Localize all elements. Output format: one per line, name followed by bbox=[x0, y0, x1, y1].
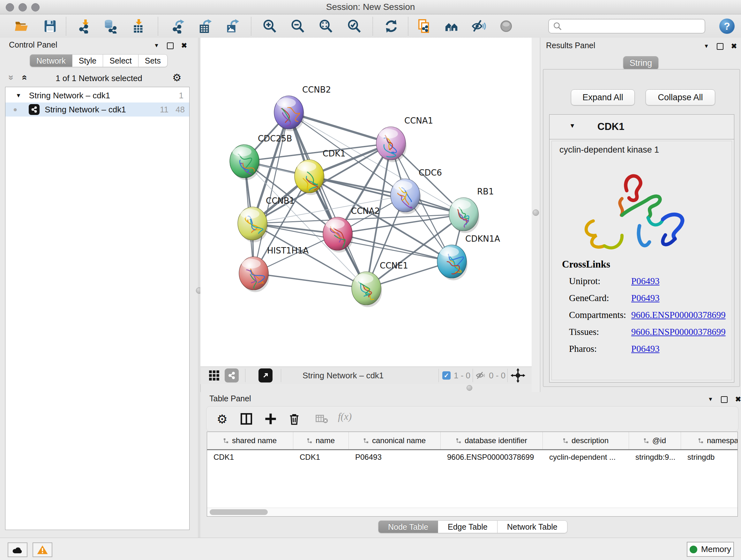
column-header-canonical-name[interactable]: canonical name bbox=[349, 432, 441, 449]
results-panel-window-buttons: ▼ ✖ bbox=[704, 42, 737, 51]
column-header-name[interactable]: name bbox=[293, 432, 349, 449]
function-builder-icon[interactable]: f(x) bbox=[338, 411, 352, 422]
tab-sets[interactable]: Sets bbox=[138, 54, 167, 67]
tab-edge-table[interactable]: Edge Table bbox=[438, 520, 497, 533]
crosslink-link[interactable]: 9606.ENSP00000378699 bbox=[631, 327, 726, 337]
memory-button[interactable]: Memory bbox=[687, 542, 734, 557]
column-header-namespace[interactable]: namespace bbox=[681, 432, 738, 449]
import-network-icon[interactable] bbox=[77, 18, 92, 34]
panel-float-icon[interactable] bbox=[721, 396, 728, 403]
hidden-eye-icon[interactable] bbox=[475, 371, 486, 381]
zoom-selected-icon[interactable] bbox=[347, 18, 362, 34]
move-crosshair-icon[interactable] bbox=[511, 368, 525, 384]
node-CCNA2[interactable]: CCNA2 bbox=[323, 206, 380, 253]
crosslink-link[interactable]: P06493 bbox=[631, 344, 660, 354]
column-header-database-identifier[interactable]: database identifier bbox=[441, 432, 543, 449]
warning-button[interactable] bbox=[32, 543, 52, 557]
cloud-icon bbox=[11, 545, 23, 555]
cloud-button[interactable] bbox=[8, 543, 27, 557]
cell-description[interactable]: cyclin-dependent ... bbox=[543, 450, 629, 464]
panel-collapse-icon[interactable]: ▼ bbox=[708, 396, 713, 402]
export-image-icon[interactable] bbox=[225, 18, 240, 34]
cell-name[interactable]: CDK1 bbox=[293, 450, 349, 464]
edge-CCNB2-CCNE1[interactable] bbox=[289, 112, 366, 288]
control-panel-window-buttons: ▼ ✖ bbox=[154, 42, 187, 50]
birdseye-grid-icon[interactable] bbox=[208, 369, 220, 383]
edge-HIST1H1A-CCNE1[interactable] bbox=[254, 273, 366, 288]
copy-network-icon[interactable] bbox=[416, 18, 432, 34]
search-input[interactable] bbox=[562, 21, 697, 32]
splitter-handle[interactable] bbox=[533, 209, 539, 216]
table-row[interactable]: CDK1CDK1P064939606.ENSP00000378699cyclin… bbox=[207, 450, 738, 464]
crosslink-link[interactable]: 9606.ENSP00000378699 bbox=[631, 310, 726, 320]
right-splitter[interactable] bbox=[532, 38, 541, 392]
network-row-selected[interactable]: ● String Network – cdk1 11 48 bbox=[5, 103, 189, 117]
panel-collapse-icon[interactable]: ▼ bbox=[154, 43, 159, 49]
network-canvas[interactable]: CCNB2CCNA1CDC25BCDK1CDC6RB1CCNB1CCNA2CDK… bbox=[200, 38, 532, 367]
panel-close-icon[interactable]: ✖ bbox=[181, 42, 187, 50]
panel-float-icon[interactable] bbox=[717, 43, 724, 50]
crosslink-link[interactable]: P06493 bbox=[631, 293, 660, 303]
node-RB1[interactable]: RB1 bbox=[449, 187, 494, 233]
entry-header[interactable]: ▼ CDK1 bbox=[549, 115, 734, 139]
panel-float-icon[interactable] bbox=[167, 43, 174, 49]
show-columns-icon[interactable] bbox=[240, 412, 253, 427]
column-header-description[interactable]: description bbox=[543, 432, 629, 449]
expand-all-button[interactable]: Expand All bbox=[571, 89, 635, 105]
scrollbar-thumb[interactable] bbox=[210, 509, 268, 515]
table-options-gear-icon[interactable]: ⚙ bbox=[217, 412, 227, 426]
entry-collapse-icon[interactable]: ▼ bbox=[569, 122, 576, 129]
crosslink-link[interactable]: P06493 bbox=[631, 276, 660, 287]
show-all-icon[interactable] bbox=[498, 18, 514, 34]
panel-close-icon[interactable]: ✖ bbox=[731, 42, 737, 51]
zoom-fit-icon[interactable] bbox=[318, 18, 333, 34]
cell-@id[interactable]: stringdb:9... bbox=[629, 450, 681, 464]
zoom-in-icon[interactable] bbox=[262, 18, 277, 34]
import-table-icon[interactable] bbox=[131, 18, 146, 34]
node-CCNB2[interactable]: CCNB2 bbox=[274, 85, 331, 131]
cell-canonical-name[interactable]: P06493 bbox=[349, 450, 441, 464]
tab-node-table[interactable]: Node Table bbox=[378, 520, 438, 533]
open-session-icon[interactable] bbox=[13, 18, 29, 34]
save-session-icon[interactable] bbox=[43, 18, 58, 34]
cell-namespace[interactable]: stringdb bbox=[681, 450, 738, 464]
cell-shared-name[interactable]: CDK1 bbox=[207, 450, 293, 464]
export-network-icon[interactable] bbox=[171, 18, 186, 34]
collapse-all-button[interactable]: Collapse All bbox=[646, 89, 715, 105]
help-icon[interactable]: ? bbox=[719, 18, 735, 34]
tab-network-table[interactable]: Network Table bbox=[497, 520, 567, 533]
refresh-icon[interactable] bbox=[384, 18, 399, 34]
tab-select[interactable]: Select bbox=[103, 54, 138, 67]
node-CCNA1[interactable]: CCNA1 bbox=[376, 116, 433, 162]
cell-database-identifier[interactable]: 9606.ENSP00000378699 bbox=[441, 450, 543, 464]
selected-checkbox-icon[interactable]: ✓ bbox=[442, 371, 451, 380]
node-CDKN1A[interactable]: CDKN1A bbox=[437, 234, 500, 280]
network-options-gear-icon[interactable]: ⚙ bbox=[172, 71, 182, 84]
network-collection-row[interactable]: ▼ String Network – cdk1 1 bbox=[5, 88, 189, 103]
horizontal-splitter-handle[interactable] bbox=[467, 385, 472, 391]
string-network-icon[interactable] bbox=[225, 368, 239, 382]
first-neighbors-icon[interactable] bbox=[444, 18, 459, 34]
import-database-icon[interactable] bbox=[102, 18, 118, 34]
open-in-browser-icon[interactable] bbox=[259, 368, 273, 382]
add-column-icon[interactable] bbox=[264, 412, 277, 427]
hide-selected-icon[interactable] bbox=[471, 18, 486, 34]
delete-column-icon[interactable] bbox=[287, 412, 301, 427]
memory-status-icon bbox=[690, 546, 697, 553]
node-CCNB1[interactable]: CCNB1 bbox=[238, 196, 294, 242]
panel-close-icon[interactable]: ✖ bbox=[735, 395, 741, 403]
zoom-out-icon[interactable] bbox=[290, 18, 306, 34]
node-HIST1H1A[interactable]: HIST1H1A bbox=[239, 246, 309, 292]
panel-collapse-icon[interactable]: ▼ bbox=[704, 43, 709, 50]
node-count: 11 bbox=[160, 105, 169, 115]
tab-style[interactable]: Style bbox=[72, 54, 104, 67]
column-header-shared-name[interactable]: shared name bbox=[207, 432, 293, 449]
export-table-icon[interactable] bbox=[198, 18, 213, 34]
delete-table-icon[interactable] bbox=[316, 414, 328, 426]
tab-string[interactable]: String bbox=[623, 56, 658, 70]
node-CCNE1[interactable]: CCNE1 bbox=[352, 261, 408, 307]
tab-network[interactable]: Network bbox=[30, 54, 72, 67]
tree-expand-icon[interactable]: ▼ bbox=[16, 92, 21, 99]
table-horizontal-scrollbar[interactable] bbox=[207, 508, 738, 516]
column-header-@id[interactable]: @id bbox=[629, 432, 681, 449]
